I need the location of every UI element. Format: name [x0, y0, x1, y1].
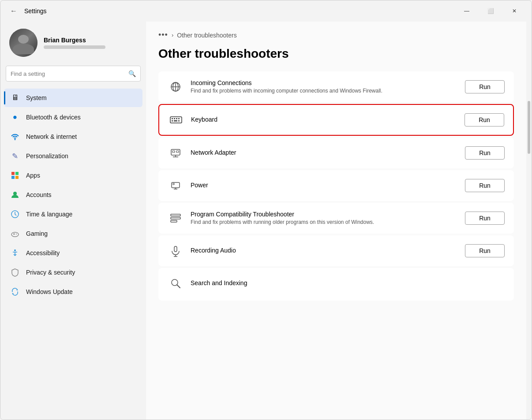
sidebar-item-accessibility[interactable]: Accessibility: [4, 244, 142, 262]
personalization-icon: ✎: [10, 151, 20, 161]
titlebar: ← Settings — ⬜ ✕: [0, 0, 532, 22]
sidebar-item-label: Accounts: [26, 191, 52, 198]
sidebar-item-label: Apps: [26, 172, 40, 179]
sidebar-item-system[interactable]: 🖥 System: [4, 89, 142, 107]
run-button-program-compat[interactable]: Run: [465, 212, 505, 225]
user-info: Brian Burgess: [44, 37, 105, 49]
scrollbar-thumb[interactable]: [528, 101, 530, 154]
maximize-button[interactable]: ⬜: [480, 4, 501, 18]
run-button-incoming[interactable]: Run: [465, 80, 505, 93]
svg-rect-33: [171, 220, 177, 222]
ts-name-search-indexing: Search and Indexing: [191, 279, 458, 286]
system-icon: 🖥: [10, 93, 20, 103]
svg-rect-19: [172, 120, 173, 122]
sidebar-item-privacy[interactable]: Privacy & security: [4, 263, 142, 282]
time-icon: [10, 209, 20, 219]
ts-text-search-indexing: Search and Indexing: [191, 279, 458, 287]
run-button-power[interactable]: Run: [465, 179, 505, 192]
sidebar-item-label: Bluetooth & devices: [26, 114, 81, 121]
svg-rect-23: [172, 151, 175, 152]
titlebar-left: ← Settings: [7, 5, 47, 17]
sidebar-item-bluetooth[interactable]: ● Bluetooth & devices: [4, 108, 142, 126]
ts-text-incoming: Incoming Connections Find and fix proble…: [191, 79, 458, 95]
ts-text-recording-audio: Recording Audio: [191, 247, 458, 255]
recording-audio-icon: [168, 243, 184, 259]
nav-menu: 🖥 System ● Bluetooth & devices Network &…: [4, 89, 142, 301]
program-compat-icon: [168, 210, 184, 226]
search-input[interactable]: [11, 71, 125, 77]
svg-rect-14: [170, 117, 182, 123]
ts-item-search-indexing: Search and Indexing Run: [158, 268, 514, 301]
update-icon: [10, 287, 20, 297]
svg-rect-34: [174, 246, 177, 252]
run-button-keyboard[interactable]: Run: [465, 113, 504, 126]
svg-rect-0: [11, 172, 15, 175]
bluetooth-icon: ●: [10, 112, 20, 122]
run-button-recording-audio[interactable]: Run: [465, 244, 505, 257]
ts-item-recording-audio: Recording Audio Run: [158, 235, 514, 266]
sidebar-item-label: Network & internet: [26, 133, 77, 140]
close-button[interactable]: ✕: [504, 4, 525, 18]
run-button-network-adapter[interactable]: Run: [465, 146, 505, 160]
svg-rect-28: [173, 183, 174, 185]
ts-text-network-adapter: Network Adapter: [191, 149, 458, 157]
main-layout: Brian Burgess 🔍 🖥 System ● Bluetooth & d…: [0, 22, 532, 420]
content-area: ••• › Other troubleshooters Other troubl…: [146, 22, 526, 420]
sidebar-item-update[interactable]: Windows Update: [4, 282, 142, 301]
sidebar-item-personalization[interactable]: ✎ Personalization: [4, 147, 142, 165]
accounts-icon: [10, 190, 20, 200]
accessibility-icon: [10, 248, 20, 258]
ts-text-keyboard: Keyboard: [191, 116, 457, 124]
incoming-connections-icon: [168, 79, 184, 95]
ts-item-incoming-connections: Incoming Connections Find and fix proble…: [158, 71, 514, 102]
ts-name-keyboard: Keyboard: [191, 116, 457, 123]
ts-item-power: Power Run: [158, 170, 514, 201]
svg-rect-3: [15, 176, 19, 179]
sidebar-item-gaming[interactable]: Gaming: [4, 224, 142, 243]
power-icon: [168, 178, 184, 193]
minimize-button[interactable]: —: [457, 4, 477, 18]
breadcrumb: ••• › Other troubleshooters: [158, 30, 514, 40]
ts-item-keyboard: Keyboard Run: [158, 104, 514, 136]
ts-desc-program-compat: Find and fix problems with running older…: [191, 219, 458, 226]
troubleshooter-list: Incoming Connections Find and fix proble…: [158, 71, 514, 301]
breadcrumb-dots: •••: [158, 30, 168, 40]
sidebar-item-accounts[interactable]: Accounts: [4, 186, 142, 204]
search-box[interactable]: 🔍: [6, 66, 141, 82]
page-title: Other troubleshooters: [158, 47, 514, 61]
ts-item-program-compat: Program Compatibility Troubleshooter Fin…: [158, 203, 514, 234]
svg-point-4: [13, 192, 17, 195]
avatar-image: [9, 29, 37, 57]
svg-rect-32: [171, 217, 180, 219]
scrollbar-track[interactable]: [526, 22, 532, 420]
search-indexing-icon: [168, 275, 184, 291]
svg-point-8: [16, 234, 17, 234]
keyboard-icon: [168, 112, 184, 128]
sidebar-item-label: System: [26, 94, 47, 101]
sidebar: Brian Burgess 🔍 🖥 System ● Bluetooth & d…: [0, 22, 146, 420]
user-bar: [44, 45, 105, 49]
user-name: Brian Burgess: [44, 37, 105, 44]
back-button[interactable]: ←: [7, 5, 20, 17]
window-title: Settings: [24, 7, 47, 15]
window-controls: — ⬜ ✕: [457, 4, 525, 18]
sidebar-item-label: Privacy & security: [26, 269, 75, 276]
ts-name-incoming: Incoming Connections: [191, 79, 458, 86]
ts-text-program-compat: Program Compatibility Troubleshooter Fin…: [191, 211, 458, 226]
sidebar-item-network[interactable]: Network & internet: [4, 127, 142, 146]
svg-rect-18: [178, 118, 180, 119]
privacy-icon: [10, 268, 20, 277]
ts-text-power: Power: [191, 182, 458, 190]
sidebar-item-label: Accessibility: [26, 249, 60, 256]
breadcrumb-title: Other troubleshooters: [177, 32, 236, 39]
sidebar-item-label: Windows Update: [26, 288, 73, 295]
avatar: [9, 29, 37, 57]
svg-rect-24: [176, 151, 179, 152]
svg-rect-2: [11, 176, 15, 179]
sidebar-item-label: Gaming: [26, 230, 48, 237]
ts-name-network-adapter: Network Adapter: [191, 149, 458, 156]
svg-rect-31: [171, 214, 180, 216]
svg-line-38: [177, 285, 180, 288]
sidebar-item-apps[interactable]: Apps: [4, 166, 142, 185]
sidebar-item-time[interactable]: Time & language: [4, 205, 142, 223]
